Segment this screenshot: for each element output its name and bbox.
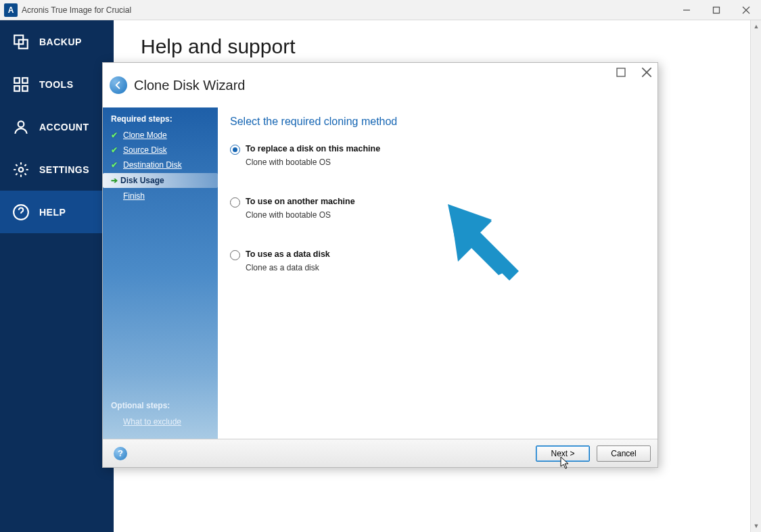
step-label: Destination Disk xyxy=(123,160,182,170)
app-window: A Acronis True Image for Crucial BACKUP xyxy=(0,0,761,532)
titlebar-title: Acronis True Image for Crucial xyxy=(22,5,672,15)
titlebar: A Acronis True Image for Crucial xyxy=(0,0,761,20)
svg-rect-9 xyxy=(22,86,28,91)
help-icon xyxy=(12,203,30,221)
close-button[interactable] xyxy=(731,0,761,20)
check-icon: ✔ xyxy=(111,145,120,155)
svg-rect-13 xyxy=(617,68,625,76)
wizard-maximize-button[interactable] xyxy=(616,67,626,78)
wizard-back-icon[interactable] xyxy=(110,76,127,94)
wizard-header: Clone Disk Wizard xyxy=(103,63,658,107)
option-another-machine[interactable]: To use on another machine Clone with boo… xyxy=(230,197,645,220)
account-icon xyxy=(12,118,30,136)
required-steps-heading: Required steps: xyxy=(103,107,218,128)
window-controls xyxy=(672,0,761,20)
next-button[interactable]: Next > xyxy=(536,445,590,462)
svg-point-11 xyxy=(19,167,24,172)
scroll-up-icon[interactable]: ▲ xyxy=(751,20,761,32)
sidebar-item-help[interactable]: HELP xyxy=(0,191,114,233)
optional-steps-heading: Optional steps: xyxy=(103,394,218,414)
wizard-main-panel: Select the required cloning method To re… xyxy=(218,107,658,439)
radio-sublabel: Clone as a data disk xyxy=(246,263,330,272)
radio-sublabel: Clone with bootable OS xyxy=(246,158,380,167)
sidebar-item-label: ACCOUNT xyxy=(39,122,89,132)
wizard-title: Clone Disk Wizard xyxy=(134,78,245,93)
step-clone-mode[interactable]: ✔ Clone Mode xyxy=(103,128,218,143)
wizard-footer: ? Next > Cancel xyxy=(103,439,658,467)
check-icon: ✔ xyxy=(111,130,120,140)
minimize-button[interactable] xyxy=(672,0,701,20)
step-label: Disk Usage xyxy=(120,176,164,185)
wizard-main-title: Select the required cloning method xyxy=(230,116,645,128)
footer-help-icon[interactable]: ? xyxy=(114,447,127,460)
sidebar-item-settings[interactable]: SETTINGS xyxy=(0,148,114,191)
sidebar-item-label: SETTINGS xyxy=(39,164,89,175)
radio-label: To use on another machine xyxy=(246,197,355,206)
page-title: Help and support xyxy=(141,35,734,58)
radio-texts: To use on another machine Clone with boo… xyxy=(246,197,355,220)
radio-selected-icon xyxy=(230,145,240,155)
sidebar-item-account[interactable]: ACCOUNT xyxy=(0,105,114,148)
gear-icon xyxy=(12,161,30,178)
option-data-disk[interactable]: To use as a data disk Clone as a data di… xyxy=(230,249,645,272)
scrollbar-track[interactable] xyxy=(752,32,760,520)
app-icon: A xyxy=(4,3,18,17)
wizard-body: Required steps: ✔ Clone Mode ✔ Source Di… xyxy=(103,107,658,439)
option-replace-disk[interactable]: To replace a disk on this machine Clone … xyxy=(230,144,645,167)
sidebar-item-tools[interactable]: TOOLS xyxy=(0,63,114,105)
wizard-close-button[interactable] xyxy=(641,67,652,78)
svg-rect-7 xyxy=(22,78,28,83)
check-icon: ✔ xyxy=(111,160,120,170)
sidebar-item-label: BACKUP xyxy=(39,37,82,47)
scrollbar[interactable]: ▲ ▼ xyxy=(750,20,761,532)
svg-rect-1 xyxy=(714,7,720,13)
step-disk-usage[interactable]: ➔ Disk Usage xyxy=(103,173,218,188)
sidebar-item-label: TOOLS xyxy=(39,79,73,90)
svg-rect-6 xyxy=(14,78,20,83)
arrow-right-icon: ➔ xyxy=(111,176,118,185)
cloning-method-radio-group: To replace a disk on this machine Clone … xyxy=(230,144,645,272)
step-label: Finish xyxy=(123,191,145,201)
wizard-window-controls xyxy=(616,67,652,78)
scroll-down-icon[interactable]: ▼ xyxy=(751,520,761,532)
radio-texts: To use as a data disk Clone as a data di… xyxy=(246,249,330,272)
svg-point-10 xyxy=(18,121,24,127)
wizard-steps-panel: Required steps: ✔ Clone Mode ✔ Source Di… xyxy=(103,107,218,439)
step-finish[interactable]: Finish xyxy=(103,189,218,203)
sidebar-item-label: HELP xyxy=(39,207,66,218)
cancel-button[interactable]: Cancel xyxy=(597,445,651,462)
step-label: Clone Mode xyxy=(123,130,167,140)
svg-rect-8 xyxy=(14,86,20,91)
step-destination-disk[interactable]: ✔ Destination Disk xyxy=(103,158,218,172)
optional-steps: Optional steps: What to exclude xyxy=(103,394,218,439)
radio-unselected-icon xyxy=(230,197,240,208)
radio-label: To use as a data disk xyxy=(246,249,330,259)
step-label: Source Disk xyxy=(123,145,167,155)
sidebar: BACKUP TOOLS ACCOUNT SETTINGS xyxy=(0,20,114,532)
radio-texts: To replace a disk on this machine Clone … xyxy=(246,144,380,167)
step-source-disk[interactable]: ✔ Source Disk xyxy=(103,143,218,158)
backup-icon xyxy=(12,33,30,51)
maximize-button[interactable] xyxy=(701,0,731,20)
radio-sublabel: Clone with bootable OS xyxy=(246,210,355,220)
tools-icon xyxy=(12,76,30,93)
sidebar-item-backup[interactable]: BACKUP xyxy=(0,20,114,63)
radio-unselected-icon xyxy=(230,250,240,260)
radio-label: To replace a disk on this machine xyxy=(246,144,380,153)
clone-disk-wizard-dialog: Clone Disk Wizard Required steps: ✔ Clon… xyxy=(102,62,658,468)
optional-what-to-exclude[interactable]: What to exclude xyxy=(103,414,218,429)
